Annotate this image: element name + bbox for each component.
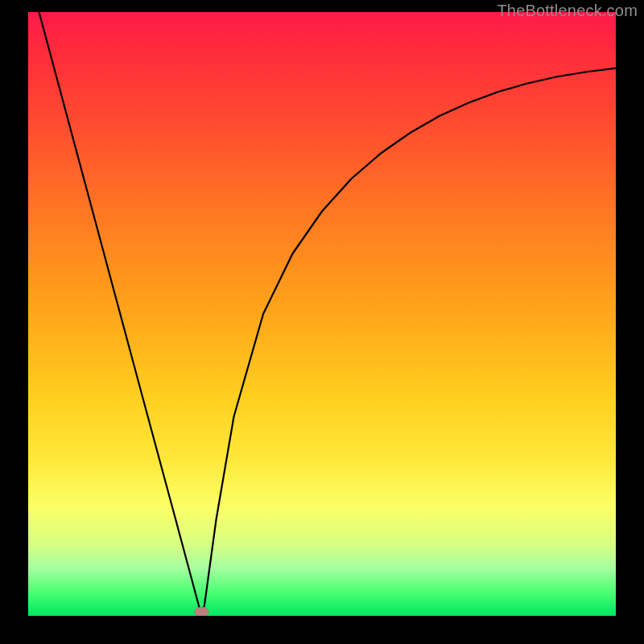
chart-frame: TheBottleneck.com [0, 0, 644, 644]
watermark-label: TheBottleneck.com [497, 2, 638, 20]
curve-svg [28, 12, 616, 616]
bottleneck-curve [28, 12, 616, 616]
plot-area [28, 12, 616, 616]
minimum-marker [194, 607, 208, 616]
